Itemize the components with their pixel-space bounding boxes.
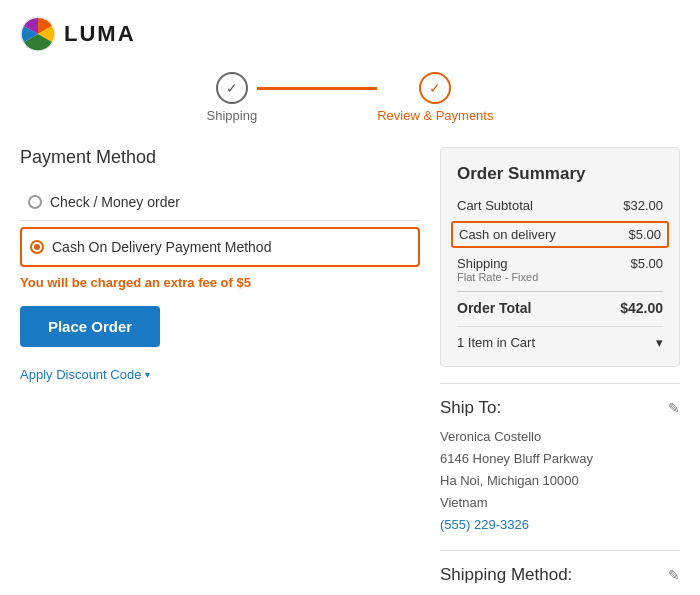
ship-to-header: Ship To: ✎ [440, 398, 680, 418]
ship-address2: Ha Noi, Michigan 10000 [440, 470, 680, 492]
ship-country: Vietnam [440, 492, 680, 514]
cart-items-chevron: ▾ [656, 335, 663, 350]
order-total-value: $42.00 [620, 300, 663, 316]
order-summary: Order Summary Cart Subtotal $32.00 Cash … [440, 147, 680, 367]
page-wrapper: LUMA ✓ Shipping ✓ Review & Payments Paym… [0, 0, 700, 595]
extra-fee-message: You will be charged an extra fee of $5 [20, 275, 420, 290]
cart-subtotal-row: Cart Subtotal $32.00 [457, 198, 663, 213]
ship-address: Veronica Costello 6146 Honey Bluff Parkw… [440, 426, 680, 536]
cart-items-label: 1 Item in Cart [457, 335, 535, 350]
main-content: Payment Method Check / Money order Cash … [20, 147, 680, 595]
ship-to-section: Ship To: ✎ Veronica Costello 6146 Honey … [440, 383, 680, 536]
progress-bar: ✓ Shipping ✓ Review & Payments [20, 72, 680, 123]
shipping-method-title: Shipping Method: [440, 565, 572, 585]
cart-subtotal-label: Cart Subtotal [457, 198, 533, 213]
right-column: Order Summary Cart Subtotal $32.00 Cash … [440, 147, 680, 595]
shipping-row: Shipping Flat Rate - Fixed $5.00 [457, 256, 663, 283]
step-review: ✓ Review & Payments [377, 72, 493, 123]
shipping-method-header: Shipping Method: ✎ [440, 565, 680, 585]
edit-shipping-icon[interactable]: ✎ [668, 567, 680, 583]
cart-items-row[interactable]: 1 Item in Cart ▾ [457, 326, 663, 350]
logo-icon [20, 16, 56, 52]
ship-to-title: Ship To: [440, 398, 501, 418]
shipping-method-section: Shipping Method: ✎ Flat Rate - Fixed [440, 550, 680, 595]
radio-cash[interactable] [30, 240, 44, 254]
shipping-label: Shipping [457, 256, 538, 271]
logo: LUMA [20, 16, 136, 52]
cash-delivery-label: Cash on delivery [459, 227, 556, 242]
order-total-row: Order Total $42.00 [457, 291, 663, 316]
payment-section-title: Payment Method [20, 147, 420, 168]
header: LUMA [20, 16, 680, 52]
step-review-label: Review & Payments [377, 108, 493, 123]
step-shipping: ✓ Shipping [207, 72, 258, 123]
chevron-down-icon: ▾ [145, 369, 150, 380]
step-shipping-label: Shipping [207, 108, 258, 123]
radio-check[interactable] [28, 195, 42, 209]
ship-address1: 6146 Honey Bluff Parkway [440, 448, 680, 470]
payment-option-cash[interactable]: Cash On Delivery Payment Method [20, 227, 420, 267]
order-total-label: Order Total [457, 300, 531, 316]
shipping-value: $5.00 [630, 256, 663, 283]
cash-delivery-row: Cash on delivery $5.00 [451, 221, 669, 248]
apply-discount-link[interactable]: Apply Discount Code ▾ [20, 367, 420, 382]
payment-option-check[interactable]: Check / Money order [20, 184, 420, 221]
left-column: Payment Method Check / Money order Cash … [20, 147, 420, 382]
payment-label-cash: Cash On Delivery Payment Method [52, 239, 271, 255]
ship-phone[interactable]: (555) 229-3326 [440, 514, 680, 536]
cash-delivery-value: $5.00 [628, 227, 661, 242]
edit-ship-icon[interactable]: ✎ [668, 400, 680, 416]
cart-subtotal-value: $32.00 [623, 198, 663, 213]
order-summary-title: Order Summary [457, 164, 663, 184]
logo-text: LUMA [64, 21, 136, 47]
place-order-button[interactable]: Place Order [20, 306, 160, 347]
step-shipping-circle: ✓ [216, 72, 248, 104]
payment-label-check: Check / Money order [50, 194, 180, 210]
shipping-sub: Flat Rate - Fixed [457, 271, 538, 283]
step-review-circle: ✓ [419, 72, 451, 104]
discount-link-label: Apply Discount Code [20, 367, 141, 382]
connector-1 [257, 87, 377, 90]
ship-name: Veronica Costello [440, 426, 680, 448]
